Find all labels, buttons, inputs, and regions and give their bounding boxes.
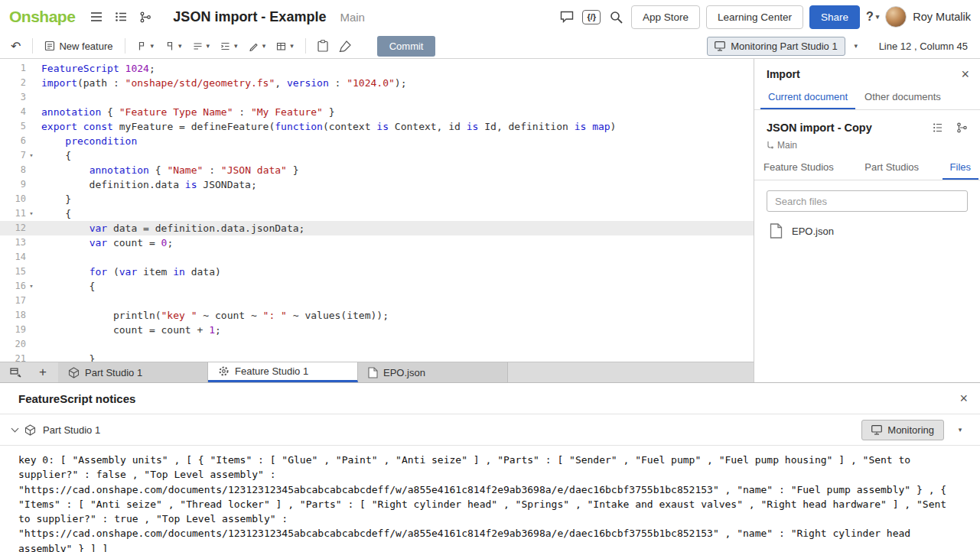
tab-manager-icon[interactable]	[6, 362, 24, 382]
tab-epo-json[interactable]: EPO.json	[358, 362, 508, 382]
code-line[interactable]: 9 definition.data is JSONData;	[0, 177, 754, 192]
line-number: 5	[0, 119, 26, 134]
code-text: for (var item in data)	[37, 265, 754, 279]
versions-list-icon[interactable]	[112, 7, 130, 27]
editor-column: 1FeatureScript 1024;2import(path : "onsh…	[0, 59, 754, 382]
add-tab-icon[interactable]: +	[34, 362, 52, 382]
code-line[interactable]: 11▾ {	[0, 206, 754, 221]
fold-marker-icon[interactable]: ▾	[26, 279, 37, 294]
search-files-input[interactable]	[767, 190, 968, 212]
toolbar-separator	[32, 38, 33, 54]
hamburger-menu-icon[interactable]	[87, 7, 106, 27]
undo-button[interactable]: ↶	[6, 36, 25, 57]
format-brush-icon[interactable]	[334, 37, 356, 55]
line-number: 11	[0, 206, 26, 221]
line-number: 8	[0, 163, 26, 177]
line-number: 20	[0, 337, 26, 352]
tab-part-studio-1[interactable]: Part Studio 1	[58, 362, 208, 382]
code-line[interactable]: 15 for (var item in data)	[0, 265, 754, 279]
collapse-chevron-icon[interactable]	[11, 424, 19, 432]
file-list: EPO.json	[754, 216, 980, 245]
search-files-wrap	[767, 190, 968, 212]
monitoring-dropdown-icon[interactable]: ▾	[951, 420, 969, 440]
file-name: EPO.json	[792, 226, 834, 237]
fold-spacer	[26, 90, 37, 105]
fold-spacer	[26, 323, 37, 337]
close-icon[interactable]: ×	[961, 67, 969, 81]
import-type-tabs: Feature Studios Part Studios Files	[754, 157, 980, 180]
code-line[interactable]: 18 println("key " ~ count ~ ": " ~ value…	[0, 308, 754, 323]
monitoring-dropdown-icon[interactable]: ▾	[847, 36, 865, 56]
code-text: var data = definition.data.jsonData;	[37, 221, 754, 235]
code-line[interactable]: 14	[0, 250, 754, 265]
console-output[interactable]: key 0: [ "Assembly units" , [ { "Items" …	[0, 446, 980, 552]
versions-list-icon[interactable]	[928, 118, 946, 138]
indent-options-dropdown[interactable]: ▾	[216, 38, 243, 54]
monitoring-button[interactable]: Monitoring	[861, 420, 944, 440]
user-name[interactable]: Roy Mutalik	[913, 11, 971, 23]
comment-icon[interactable]	[558, 7, 576, 27]
featurescript-icon[interactable]: {/}	[582, 10, 601, 24]
code-line[interactable]: 10 }	[0, 192, 754, 206]
list-options-dropdown[interactable]: ▾	[188, 38, 215, 54]
document-title[interactable]: JSON import - Example	[173, 9, 326, 25]
avatar[interactable]	[885, 6, 907, 28]
code-text: import(path : "onshape/std/geometry.fs",…	[37, 76, 754, 90]
onshape-logo[interactable]: Onshape	[9, 8, 75, 26]
tab-part-studios[interactable]: Part Studios	[857, 157, 926, 180]
file-icon	[770, 223, 783, 239]
workspace-row[interactable]: Main	[754, 139, 980, 157]
workspace-name[interactable]: Main	[340, 11, 365, 24]
code-line[interactable]: 8 annotation { "Name" : "JSON data" }	[0, 163, 754, 177]
file-item[interactable]: EPO.json	[754, 216, 980, 245]
tab-feature-studios[interactable]: Feature Studios	[756, 157, 842, 180]
code-line[interactable]: 1FeatureScript 1024;	[0, 61, 754, 76]
code-line[interactable]: 19 count = count + 1;	[0, 323, 754, 337]
new-feature-button[interactable]: New feature	[40, 37, 117, 55]
help-button[interactable]: ? ▾	[866, 10, 879, 24]
fold-spacer	[26, 337, 37, 352]
fold-spacer	[26, 177, 37, 192]
tab-feature-studio-1[interactable]: Feature Studio 1	[208, 362, 358, 382]
learning-center-button[interactable]: Learning Center	[706, 5, 803, 29]
commit-button[interactable]: Commit	[377, 36, 436, 57]
fold-marker-icon[interactable]: ▾	[26, 206, 37, 221]
search-icon[interactable]	[607, 7, 625, 27]
monitoring-part-studio-toggle[interactable]: Monitoring Part Studio 1	[707, 37, 845, 56]
format-style-dropdown[interactable]: ▾	[160, 38, 187, 54]
code-line[interactable]: 13 var count = 0;	[0, 235, 754, 250]
paste-icon[interactable]	[313, 37, 333, 55]
share-button[interactable]: Share	[809, 5, 860, 29]
chevron-down-icon: ▾	[854, 43, 858, 50]
branch-icon[interactable]	[952, 118, 971, 138]
fold-marker-icon[interactable]: ▾	[26, 148, 37, 163]
insert-branch-icon[interactable]	[136, 7, 155, 27]
onshape-app: Onshape JSON import - Example Main {/} A…	[0, 0, 980, 552]
code-line[interactable]: 16▾ {	[0, 279, 754, 294]
tab-files[interactable]: Files	[943, 157, 978, 180]
close-icon[interactable]: ×	[959, 391, 968, 405]
tab-other-documents[interactable]: Other documents	[857, 86, 949, 109]
code-line[interactable]: 6 precondition	[0, 134, 754, 148]
code-line[interactable]: 5export const myFeature = defineFeature(…	[0, 119, 754, 134]
code-line[interactable]: 21 }	[0, 352, 754, 362]
code-line[interactable]: 4annotation { "Feature Type Name" : "My …	[0, 105, 754, 119]
code-line[interactable]: 20	[0, 337, 754, 352]
edit-options-dropdown[interactable]: ▾	[244, 38, 271, 54]
line-number: 3	[0, 90, 26, 105]
code-line[interactable]: 7▾ {	[0, 148, 754, 163]
code-editor[interactable]: 1FeatureScript 1024;2import(path : "onsh…	[0, 59, 754, 362]
code-line[interactable]: 12 var data = definition.data.jsonData;	[0, 221, 754, 235]
tab-label: Part Studio 1	[85, 367, 142, 378]
code-line[interactable]: 17	[0, 294, 754, 308]
cursor-style-dropdown[interactable]: ▾	[132, 38, 159, 54]
table-options-dropdown[interactable]: ▾	[272, 38, 298, 54]
tab-current-document[interactable]: Current document	[760, 86, 855, 109]
code-line[interactable]: 2import(path : "onshape/std/geometry.fs"…	[0, 76, 754, 90]
app-store-button[interactable]: App Store	[631, 5, 700, 29]
line-number: 15	[0, 265, 26, 279]
code-line[interactable]: 3	[0, 90, 754, 105]
code-text: }	[37, 192, 754, 206]
line-number: 19	[0, 323, 26, 337]
line-number: 13	[0, 235, 26, 250]
